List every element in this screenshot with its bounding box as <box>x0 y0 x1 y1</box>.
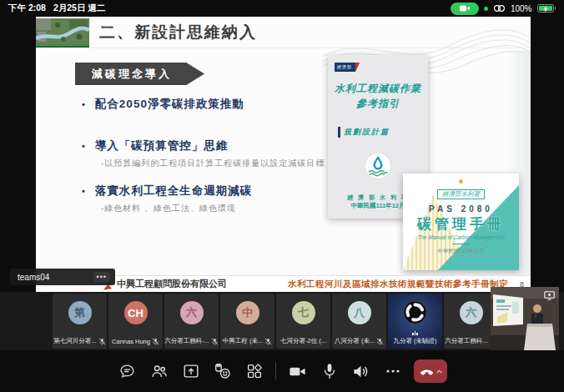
doc2-code: PAS 2080 <box>403 204 519 214</box>
battery-percent: 100% <box>511 4 532 13</box>
interlocked-rings-icon <box>493 4 506 13</box>
video-camera-icon <box>460 5 470 12</box>
participant-name: 第七河川分署... <box>53 337 96 345</box>
participant-strip: 第 第七河川分署... CH Cannas Hung 六 六分署工務科-... … <box>0 292 564 350</box>
obs-logo <box>402 299 428 325</box>
hang-up-button[interactable] <box>414 359 447 383</box>
participant-name: Cannas Hung <box>112 338 150 345</box>
control-divider <box>275 362 276 380</box>
project-title: 水利工程河川及區域排水技術規範暨技術參考手冊制定 <box>288 279 508 290</box>
agency-logo-flag <box>355 63 360 72</box>
avatar: 六 <box>460 301 483 324</box>
status-date: 2月25日 週二 <box>53 3 105 14</box>
apps-button[interactable] <box>244 361 264 382</box>
participants-button[interactable] <box>149 361 169 382</box>
section-badge: 減碳理念導入 <box>75 63 204 85</box>
reactions-button[interactable] <box>212 361 233 382</box>
hang-up-phone-icon <box>419 366 435 376</box>
doc2-title: 碳管理手冊 <box>403 214 519 234</box>
participant-name: 七河分署-2位 (... <box>280 337 326 345</box>
bullet-subtext: -綠色材料 、綠色工法、綠色環境 <box>101 203 236 214</box>
chat-button[interactable] <box>117 361 138 382</box>
shared-screen-slide[interactable]: 二、新設計思維納入 減碳理念導入 •配合2050淨零碳排政策推動 •導入「碳預算… <box>36 17 531 292</box>
doc2-badge: 經濟部水利署 <box>403 179 519 199</box>
doc1-title-line2: 參考指引 <box>328 97 428 111</box>
doc1-section: 規劃設計篇 <box>338 127 390 138</box>
doc1-title-line1: 水利工程減碳作業 <box>328 82 428 96</box>
mic-active-indicator <box>484 7 488 11</box>
slide-title: 二、新設計思維納入 <box>99 22 257 43</box>
participant-tile[interactable]: 六 六分署工務科-... <box>164 294 219 349</box>
bullet-subtext: -以預算編列的工程項目計算工程碳排量以設定減碳目標 <box>101 158 325 169</box>
badge-seal-dot <box>459 179 463 183</box>
participant-name: 八河分署 (未... <box>335 337 375 345</box>
camera-in-use-pill[interactable] <box>451 3 479 15</box>
share-screen-button[interactable] <box>180 361 201 382</box>
participant-name: 六分署工務科... <box>445 337 487 345</box>
participant-tile[interactable]: 中 中興工程 (未... <box>220 294 274 349</box>
avatar: 中 <box>236 301 259 324</box>
avatar: 七 <box>292 301 315 324</box>
participant-tile[interactable]: 七 七河分署-2位 (... <box>276 294 330 349</box>
bullet-item: •配合2050淨零碳排政策推動 <box>82 97 244 112</box>
bullet-item: •落實水利工程全生命週期減碳 <box>82 183 252 199</box>
mic-muted-icon <box>152 338 159 345</box>
participant-tile-video[interactable]: 九分署 (未驗證) <box>388 294 442 349</box>
avatar: CH <box>124 301 148 324</box>
participant-name: 六分署工務科-... <box>164 337 209 345</box>
avatar: 六 <box>180 301 204 324</box>
share-source-label: teams04 ••• <box>10 269 115 285</box>
battery-icon <box>537 4 556 13</box>
doc2-divider <box>452 244 470 244</box>
bullet-item: •導入「碳預算管控」思維 <box>82 138 228 153</box>
river-aerial-photo <box>36 18 89 46</box>
participant-tile[interactable]: 八 八河分署 (未... <box>332 294 386 349</box>
screen-share-icon <box>544 291 555 300</box>
doc2-subtitle: The Manual of Carbon Management <box>403 234 519 240</box>
participant-tile[interactable]: 第 第七河川分署... <box>53 294 107 349</box>
doc-cover-carbon-manual: 經濟部水利署 PAS 2080 碳管理手冊 The Manual of Carb… <box>403 173 519 270</box>
participant-name: 中興工程 (未... <box>223 337 263 345</box>
camera-button[interactable] <box>287 361 308 382</box>
mic-muted-icon <box>264 338 272 345</box>
avatar: 第 <box>68 301 92 324</box>
mic-muted-icon <box>376 338 384 345</box>
chevron-up-icon <box>436 369 442 374</box>
stage-video-tile[interactable] <box>491 287 559 350</box>
microphone-button[interactable] <box>319 361 340 382</box>
water-agency-logo <box>364 152 392 180</box>
ipad-screen: 下午 2:08 2月25日 週二 100% <box>0 0 564 392</box>
mic-muted-icon <box>211 338 219 345</box>
company-name: 中興工程顧問股份有限公司 <box>117 278 227 290</box>
share-more-button[interactable]: ••• <box>93 272 110 282</box>
speaker-button[interactable] <box>350 361 371 382</box>
meeting-control-bar <box>117 350 467 392</box>
audio-activity-icon <box>412 331 418 335</box>
share-source-name: teams04 <box>18 273 49 282</box>
status-time: 下午 2:08 <box>8 3 46 14</box>
more-button[interactable] <box>382 361 403 382</box>
participant-tile[interactable]: CH Cannas Hung <box>108 294 163 349</box>
status-bar: 下午 2:08 2月25日 週二 100% <box>0 0 564 17</box>
participant-name: 九分署 (未驗證) <box>393 337 436 345</box>
avatar: 八 <box>348 301 371 324</box>
mic-muted-icon <box>98 338 106 345</box>
doc2-date: 中華民國112年01月 <box>403 248 519 255</box>
